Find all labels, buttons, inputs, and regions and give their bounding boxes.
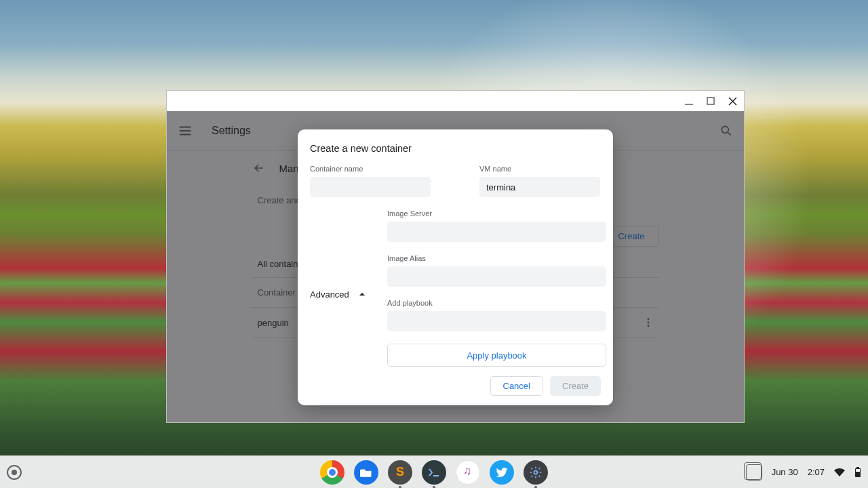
shelf: S Jun 30 2:07 <box>0 455 868 488</box>
battery-icon <box>854 467 861 478</box>
image-server-input[interactable] <box>387 222 606 242</box>
minimize-icon[interactable] <box>684 96 694 106</box>
vm-name-field: VM name <box>479 165 600 197</box>
launcher-icon[interactable] <box>7 465 22 480</box>
svg-point-9 <box>534 470 538 474</box>
settings-shelf-icon[interactable] <box>524 460 548 485</box>
tray-icon[interactable] <box>746 464 762 481</box>
image-server-label: Image Server <box>387 209 606 218</box>
wifi-icon <box>834 468 845 476</box>
apply-playbook-button[interactable]: Apply playbook <box>387 344 606 367</box>
container-name-input[interactable] <box>310 177 431 197</box>
vm-name-label: VM name <box>479 165 600 173</box>
terminal-icon[interactable] <box>422 460 446 485</box>
chrome-icon[interactable] <box>320 460 344 485</box>
close-icon[interactable] <box>728 96 737 106</box>
shelf-apps: S <box>320 460 548 485</box>
maximize-icon[interactable] <box>706 96 715 106</box>
advanced-label: Advanced <box>310 289 349 300</box>
add-playbook-label: Add playbook <box>387 299 606 307</box>
add-playbook-field: Add playbook <box>387 299 606 331</box>
status-time: 2:07 <box>808 467 825 477</box>
window-title-bar <box>167 91 744 111</box>
image-alias-input[interactable] <box>387 266 606 287</box>
container-name-label: Container name <box>310 165 431 173</box>
image-alias-label: Image Alias <box>387 254 606 262</box>
desktop-wallpaper: Settings Manage extra containers Create … <box>0 0 868 488</box>
status-date: Jun 30 <box>772 467 798 477</box>
create-container-dialog: Create a new container Container name VM… <box>298 129 613 405</box>
add-playbook-input[interactable] <box>387 311 606 331</box>
create-button[interactable]: Create <box>550 376 601 396</box>
container-name-field: Container name <box>310 165 431 197</box>
chevron-up-icon <box>359 291 366 298</box>
dialog-title: Create a new container <box>310 143 601 154</box>
sublime-icon[interactable]: S <box>388 460 412 485</box>
svg-rect-11 <box>856 467 859 468</box>
music-icon[interactable] <box>456 460 480 485</box>
shelf-status[interactable]: Jun 30 2:07 <box>746 464 861 481</box>
image-alias-field: Image Alias <box>387 254 606 287</box>
files-icon[interactable] <box>354 460 378 485</box>
twitter-icon[interactable] <box>490 460 514 485</box>
svg-rect-1 <box>707 98 714 104</box>
svg-rect-12 <box>856 469 860 472</box>
cancel-button[interactable]: Cancel <box>490 376 543 396</box>
image-server-field: Image Server <box>387 209 606 242</box>
advanced-toggle[interactable]: Advanced <box>310 209 371 367</box>
vm-name-input[interactable] <box>479 177 600 197</box>
